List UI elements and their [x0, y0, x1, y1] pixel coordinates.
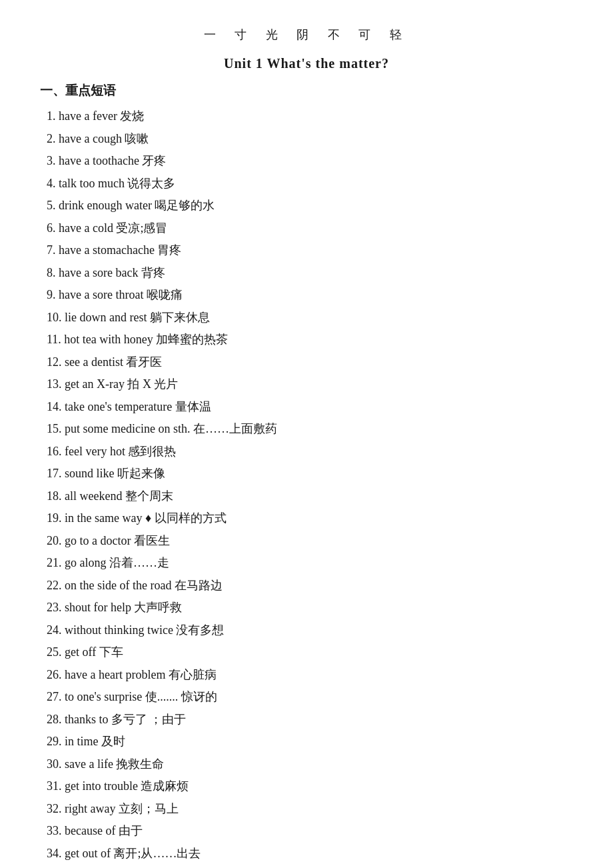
- list-item: 21. go along 沿着……走: [40, 553, 573, 574]
- list-item: 23. shout for help 大声呼救: [40, 597, 573, 619]
- header-title: 一 寸 光 阴 不 可 轻: [204, 28, 410, 41]
- list-item: 16. feel very hot 感到很热: [40, 441, 573, 463]
- list-item: 28. thanks to 多亏了 ；由于: [40, 709, 573, 731]
- list-item: 22. on the side of the road 在马路边: [40, 575, 573, 597]
- list-item: 20. go to a doctor 看医生: [40, 531, 573, 552]
- list-item: 13. get an X-ray 拍 X 光片: [40, 374, 573, 395]
- list-item: 14. take one's temperature 量体温: [40, 397, 573, 418]
- list-item: 27. to one's surprise 使....... 惊讶的: [40, 687, 573, 708]
- list-item: 5. drink enough water 喝足够的水: [40, 195, 573, 217]
- list-item: 31. get into trouble 造成麻烦: [40, 776, 573, 797]
- list-item: 4. talk too much 说得太多: [40, 173, 573, 195]
- list-item: 30. save a life 挽救生命: [40, 754, 573, 775]
- list-item: 7. have a stomachache 胃疼: [40, 240, 573, 261]
- list-item: 29. in time 及时: [40, 731, 573, 753]
- list-item: 32. right away 立刻；马上: [40, 799, 573, 820]
- list-item: 18. all weekend 整个周末: [40, 486, 573, 507]
- list-item: 11. hot tea with honey 加蜂蜜的热茶: [40, 329, 573, 351]
- section-title: 一、重点短语: [40, 82, 573, 99]
- list-item: 8. have a sore back 背疼: [40, 263, 573, 284]
- list-item: 24. without thinking twice 没有多想: [40, 620, 573, 641]
- list-item: 3. have a toothache 牙疼: [40, 151, 573, 172]
- list-item: 25. get off 下车: [40, 642, 573, 663]
- page-header: 一 寸 光 阴 不 可 轻: [40, 27, 573, 43]
- list-item: 34. get out of 离开;从……出去: [40, 843, 573, 865]
- list-item: 33. because of 由于: [40, 821, 573, 842]
- unit-title: Unit 1 What's the matter?: [40, 56, 573, 71]
- phrase-list: 1. have a fever 发烧2. have a cough 咳嗽3. h…: [40, 106, 573, 864]
- list-item: 15. put some medicine on sth. 在……上面敷药: [40, 419, 573, 440]
- list-item: 10. lie down and rest 躺下来休息: [40, 307, 573, 329]
- list-item: 19. in the same way ♦ 以同样的方式: [40, 508, 573, 529]
- list-item: 6. have a cold 受凉;感冒: [40, 218, 573, 239]
- list-item: 9. have a sore throat 喉咙痛: [40, 285, 573, 306]
- list-item: 12. see a dentist 看牙医: [40, 352, 573, 373]
- list-item: 1. have a fever 发烧: [40, 106, 573, 127]
- list-item: 2. have a cough 咳嗽: [40, 129, 573, 150]
- list-item: 17. sound like 听起来像: [40, 463, 573, 485]
- list-item: 26. have a heart problem 有心脏病: [40, 665, 573, 686]
